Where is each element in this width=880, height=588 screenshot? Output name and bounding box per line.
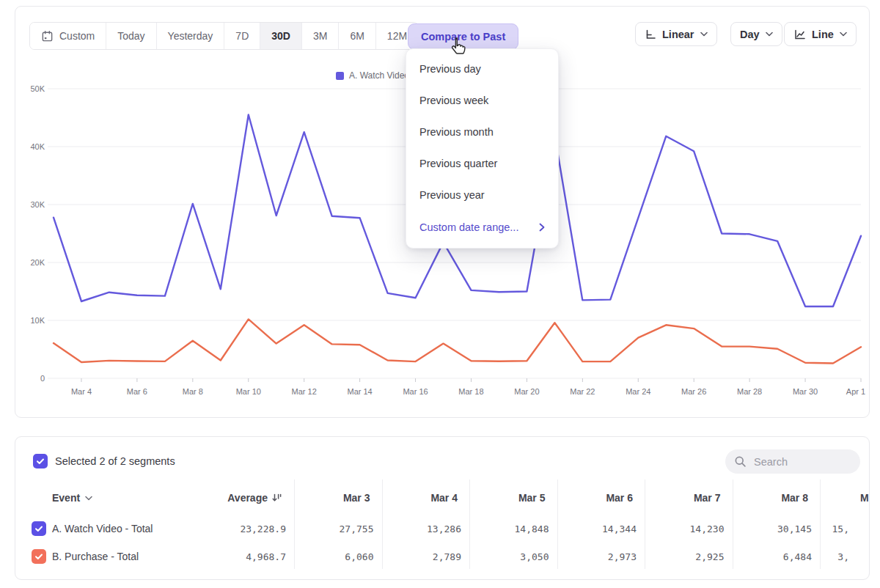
chevron-down-icon <box>85 496 92 501</box>
x-axis-label: Mar 16 <box>403 387 428 396</box>
x-axis-label: Mar 26 <box>681 387 706 396</box>
column-header-average[interactable]: Average <box>202 487 282 509</box>
search-box[interactable] <box>725 449 860 474</box>
y-axis-label: 20K <box>30 258 45 267</box>
column-header-label: Mar 7 <box>694 492 721 504</box>
table-cell: 14,230 <box>644 515 725 543</box>
column-header-label: Mar 4 <box>430 492 458 504</box>
x-axis-label: Mar 18 <box>458 387 483 396</box>
x-axis-label: Apr 1 <box>846 387 865 396</box>
column-header-mar8[interactable]: Mar 8 <box>727 487 808 509</box>
x-axis-label: Mar 30 <box>793 387 818 396</box>
x-axis-label: Mar 28 <box>737 387 762 396</box>
x-axis-label: Mar 22 <box>570 387 595 396</box>
x-axis-label: Mar 6 <box>127 387 147 396</box>
row-checkbox-purchase[interactable] <box>32 549 46 564</box>
selected-summary: Selected 2 of 2 segments <box>55 455 175 467</box>
custom-date-range-label: Custom date range... <box>419 221 518 233</box>
x-axis-label: Mar 20 <box>514 387 539 396</box>
chevron-right-icon <box>539 223 545 232</box>
x-axis-label: Mar 10 <box>236 387 261 396</box>
x-axis-label: Mar 4 <box>71 387 92 396</box>
table-cell: 2,789 <box>381 543 461 570</box>
chart-legend: A. Watch Video <box>336 70 409 81</box>
series-line-b-purchase <box>54 319 861 363</box>
y-axis-label: 10K <box>30 316 45 325</box>
table-cell: 15, <box>769 515 849 543</box>
table-cell: 23,228.9 <box>205 515 286 543</box>
table-cell: 27,755 <box>293 515 374 543</box>
table-cell: 6,060 <box>293 543 374 570</box>
x-axis-label: Mar 14 <box>347 387 372 396</box>
menu-item-previous-quarter[interactable]: Previous quarter <box>406 148 558 180</box>
column-header-mar6[interactable]: Mar 6 <box>552 487 633 509</box>
search-input[interactable] <box>752 455 851 468</box>
row-label: B. Purchase - Total <box>52 543 139 570</box>
x-axis-label: Mar 12 <box>292 387 317 396</box>
table-cell: 14,344 <box>556 515 637 543</box>
table-cell: 3,050 <box>469 543 549 570</box>
y-axis-label: 40K <box>30 142 45 151</box>
x-axis-label: Mar 24 <box>626 387 650 396</box>
compare-to-past-menu: Previous dayPrevious weekPrevious monthP… <box>406 48 559 249</box>
search-icon <box>734 455 747 468</box>
column-header-label: M <box>860 492 869 504</box>
table-cell: 13,286 <box>381 515 461 543</box>
column-header-mar7[interactable]: Mar 7 <box>640 487 721 509</box>
menu-item-custom-date-range[interactable]: Custom date range... <box>406 211 558 243</box>
table-cell: 2,973 <box>556 543 637 570</box>
column-header-mar4[interactable]: Mar 4 <box>377 487 458 509</box>
table-cell: 14,848 <box>469 515 549 543</box>
segments-panel: Selected 2 of 2 segments Event AverageMa… <box>15 436 870 580</box>
menu-item-previous-month[interactable]: Previous month <box>406 117 558 148</box>
x-axis: Mar 4Mar 6Mar 8Mar 10Mar 12Mar 14Mar 16M… <box>71 378 865 396</box>
table-cell: 2,925 <box>644 543 725 570</box>
column-header-mar5[interactable]: Mar 5 <box>465 487 546 509</box>
column-header-label: Mar 6 <box>606 492 633 504</box>
y-axis-label: 30K <box>30 200 45 209</box>
column-header-label: Mar 8 <box>781 492 808 504</box>
sort-descending-icon <box>272 493 282 503</box>
column-header-label: Average <box>227 492 268 504</box>
y-axis-label: 0 <box>40 374 45 383</box>
legend-label: A. Watch Video <box>349 70 409 81</box>
table-cell: 4,968.7 <box>205 543 286 570</box>
check-icon <box>34 551 44 562</box>
x-axis-label: Mar 8 <box>183 387 203 396</box>
column-header-m[interactable]: M <box>860 487 870 509</box>
legend-swatch-watch-video <box>336 72 344 80</box>
event-header-label: Event <box>52 492 80 504</box>
event-column-header[interactable]: Event <box>52 487 92 509</box>
table-cell: 3, <box>769 543 849 570</box>
row-checkbox-watch-video[interactable] <box>32 521 46 536</box>
select-all-checkbox[interactable] <box>33 454 48 468</box>
y-axis-label: 50K <box>30 84 45 93</box>
check-icon <box>35 456 45 466</box>
check-icon <box>34 523 44 534</box>
row-label: A. Watch Video - Total <box>52 515 153 543</box>
menu-item-previous-week[interactable]: Previous week <box>406 85 558 117</box>
column-header-mar3[interactable]: Mar 3 <box>290 487 370 509</box>
menu-item-previous-year[interactable]: Previous year <box>406 180 558 211</box>
column-header-label: Mar 5 <box>518 492 546 504</box>
menu-item-previous-day[interactable]: Previous day <box>406 54 558 85</box>
column-header-label: Mar 3 <box>343 492 370 504</box>
